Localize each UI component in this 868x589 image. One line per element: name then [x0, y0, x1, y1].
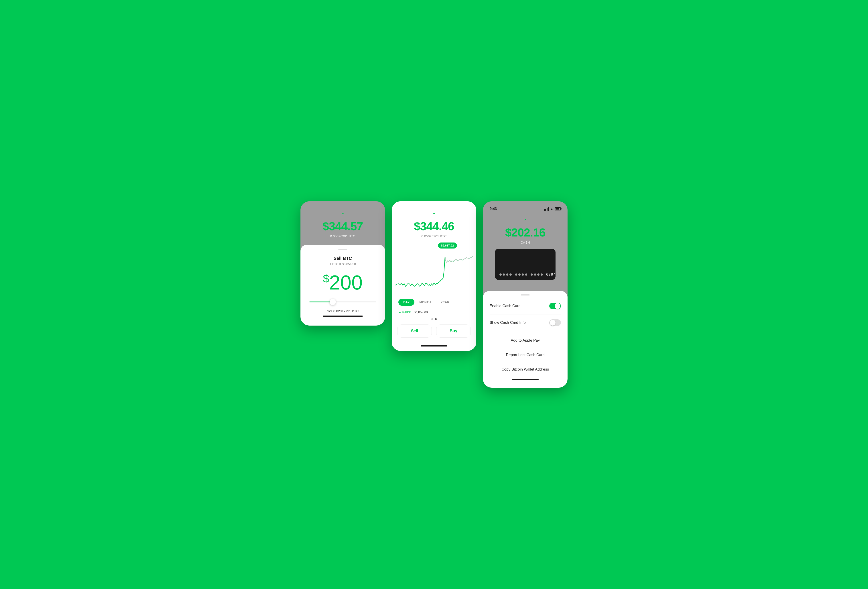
- btc-price: $344.57: [323, 219, 363, 233]
- enable-cash-card-toggle[interactable]: [549, 303, 561, 309]
- status-time: 9:43: [490, 207, 497, 211]
- screen2-top: ⌃ $344.46 0.05026901 BTC: [392, 201, 476, 243]
- dot-group-1: [499, 274, 512, 276]
- cash-card-sheet: Enable Cash Card Show Cash Card Info Add…: [483, 291, 568, 388]
- card-number-dots: 6794: [499, 272, 556, 277]
- enable-cash-card-label: Enable Cash Card: [490, 304, 521, 308]
- home-bar: [421, 345, 447, 346]
- report-lost-item[interactable]: Report Lost Cash Card: [483, 348, 568, 362]
- sell-btc-screen: ⌃ $344.57 0.05026901 BTC Sell BTC 1 BTC …: [300, 201, 385, 326]
- slider-thumb[interactable]: [330, 299, 336, 305]
- screen3-footer: [483, 377, 568, 383]
- cash-amount: $202.16: [505, 226, 546, 239]
- tab-day[interactable]: DAY: [399, 299, 415, 306]
- stat-up: ▲ 5.01%: [399, 310, 411, 314]
- screens-container: ⌃ $344.57 0.05026901 BTC Sell BTC 1 BTC …: [289, 201, 579, 388]
- cash-card-screen: 9:43 ▲ ⌃ $202.16: [483, 201, 568, 388]
- action-buttons: Sell Buy: [392, 322, 476, 343]
- chart-stats: ▲ 5.01% $6,852.38: [392, 309, 476, 317]
- status-icons: ▲: [544, 207, 561, 211]
- tab-year[interactable]: YEAR: [436, 299, 454, 306]
- amount-slider[interactable]: [307, 302, 378, 302]
- chart-svg: [395, 251, 473, 295]
- home-bar-3: [512, 379, 539, 380]
- up-arrow-icon: ▲: [399, 310, 402, 314]
- sell-card: Sell BTC 1 BTC = $6,854.50 $200 Sell 0.0…: [300, 245, 385, 326]
- dot-group-3: [531, 274, 543, 276]
- screen2-footer: [392, 343, 476, 351]
- screen1-top: ⌃ $344.57 0.05026901 BTC: [300, 201, 385, 245]
- status-bar: 9:43 ▲: [490, 206, 561, 212]
- copy-bitcoin-label: Copy Bitcoin Wallet Address: [502, 367, 549, 371]
- stat-pct: 5.01%: [402, 310, 411, 314]
- chevron-up-icon-3[interactable]: ⌃: [523, 219, 527, 223]
- dot-group-2: [515, 274, 527, 276]
- sell-btc-amount: Sell 0.02917791 BTC: [323, 309, 363, 313]
- enable-cash-card-item[interactable]: Enable Cash Card: [483, 298, 568, 314]
- chevron-up-icon[interactable]: ⌃: [341, 212, 345, 218]
- btc-price-2: $344.46: [414, 219, 454, 233]
- section-divider-1: [483, 332, 568, 332]
- sell-rate: 1 BTC = $6,854.50: [330, 262, 356, 266]
- show-cash-card-info-item[interactable]: Show Cash Card Info: [483, 314, 568, 331]
- chevron-up-icon-2[interactable]: ⌃: [432, 212, 436, 218]
- home-indicator: [323, 315, 363, 317]
- show-cash-card-toggle[interactable]: [549, 319, 561, 326]
- dollar-sign: $: [323, 272, 329, 285]
- dot-1: [431, 318, 433, 320]
- tab-month[interactable]: MONTH: [415, 299, 435, 306]
- stat-price: $6,852.38: [414, 310, 428, 314]
- wifi-icon: ▲: [550, 207, 553, 211]
- chart-screen: ⌃ $344.46 0.05026901 BTC $6,637.92 DAY: [392, 201, 476, 351]
- dot-2: [435, 318, 437, 320]
- report-lost-label: Report Lost Cash Card: [506, 353, 545, 357]
- cash-card: 6794: [495, 249, 555, 280]
- slider-track: [309, 302, 376, 302]
- add-to-apple-pay-item[interactable]: Add to Apple Pay: [483, 333, 568, 348]
- chart-container: $6,637.92: [392, 243, 476, 295]
- card-handle: [338, 249, 347, 250]
- page-dots: [392, 317, 476, 322]
- sheet-handle: [521, 294, 530, 296]
- show-cash-card-label: Show Cash Card Info: [490, 320, 526, 325]
- btc-amount: 0.05026901 BTC: [330, 234, 355, 238]
- sell-button[interactable]: Sell: [397, 324, 432, 337]
- screen3-top: 9:43 ▲ ⌃ $202.16: [483, 201, 568, 291]
- copy-bitcoin-item[interactable]: Copy Bitcoin Wallet Address: [483, 362, 568, 377]
- sell-number: 200: [329, 271, 363, 294]
- cash-info: ⌃ $202.16 CASH: [490, 219, 561, 244]
- sell-title: Sell BTC: [334, 256, 352, 261]
- chart-bubble: $6,637.92: [438, 243, 457, 249]
- btc-amount-2: 0.05026901 BTC: [421, 234, 446, 238]
- add-apple-pay-label: Add to Apple Pay: [511, 338, 540, 343]
- toggle-thumb-2: [550, 320, 555, 326]
- signal-icon: [544, 207, 549, 211]
- sell-amount: $200: [323, 272, 363, 293]
- sell-footer: Sell 0.02917791 BTC: [323, 309, 363, 317]
- card-last4: 6794: [546, 272, 556, 277]
- toggle-thumb-1: [555, 303, 560, 309]
- cash-label: CASH: [521, 241, 530, 244]
- time-buttons: DAY MONTH YEAR: [392, 295, 476, 309]
- battery-icon: [555, 207, 561, 210]
- slider-fill: [309, 302, 333, 302]
- buy-button[interactable]: Buy: [436, 324, 471, 337]
